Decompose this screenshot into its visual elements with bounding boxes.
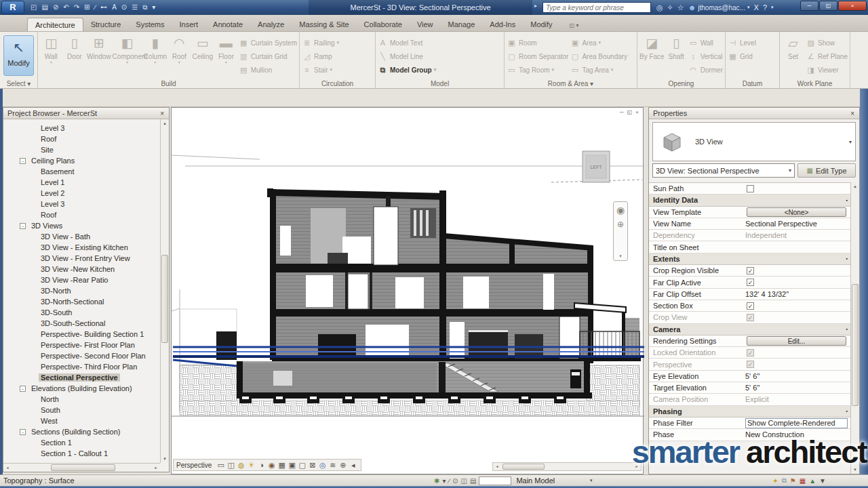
- worksharing-icon[interactable]: ⊙: [452, 477, 458, 485]
- property-row-phase-filter[interactable]: Phase FilterShow Complete-Rendered: [649, 418, 850, 429]
- lock-icon[interactable]: ⊙: [119, 1, 129, 14]
- section-collapse-icon[interactable]: ▪: [846, 198, 848, 203]
- ribbon-group-label[interactable]: Build: [38, 79, 299, 89]
- viewport-horizontal-scrollbar[interactable]: ◂ ▸: [492, 462, 642, 471]
- tree-item-basement[interactable]: Basement: [3, 166, 160, 177]
- workset-icon[interactable]: ✱: [434, 477, 439, 485]
- close-icon[interactable]: ×: [158, 110, 166, 117]
- tree-item-west[interactable]: West: [3, 415, 160, 426]
- property-row-far-clip-active[interactable]: Far Clip Active✓: [649, 277, 850, 288]
- design-option-dropdown-icon[interactable]: ▾: [442, 477, 446, 485]
- view-close-icon[interactable]: ×: [635, 109, 639, 115]
- ribbon-button-wall[interactable]: ◫Wall▾: [40, 34, 62, 64]
- ribbon-button-ref-plane[interactable]: ∠Ref Plane: [806, 49, 848, 63]
- ribbon-button-model-text[interactable]: AModel Text: [378, 36, 436, 49]
- scroll-right-icon[interactable]: ▸: [152, 464, 160, 472]
- tree-expander-icon[interactable]: -: [20, 386, 26, 392]
- redo-icon[interactable]: ↷: [72, 1, 81, 14]
- property-row-perspective[interactable]: Perspective✓: [649, 359, 850, 370]
- tab-analyze[interactable]: Analyze: [250, 18, 292, 31]
- property-row-crop-view[interactable]: Crop View✓: [649, 312, 850, 323]
- text-icon[interactable]: A: [110, 1, 119, 14]
- visual-style-icon[interactable]: ◍: [236, 461, 246, 470]
- property-row-view-template[interactable]: View Template<None>: [649, 207, 850, 218]
- tree-item-3d-view-rear-patio[interactable]: 3D View -Rear Patio: [3, 274, 160, 285]
- property-row-rendering-settings[interactable]: Rendering SettingsEdit...: [649, 336, 850, 347]
- help-dropdown-icon[interactable]: ▾: [771, 5, 774, 10]
- property-row-far-clip-offset[interactable]: Far Clip Offset132' 4 13/32": [649, 289, 850, 300]
- tree-item-perspective-second-floor-plan[interactable]: Perspective- Second Floor Plan: [3, 350, 160, 361]
- tab-manage[interactable]: Manage: [441, 18, 483, 31]
- tree-item-south[interactable]: South: [3, 405, 160, 415]
- tree-expander-icon[interactable]: -: [20, 158, 26, 164]
- view-minimize-icon[interactable]: ─: [620, 109, 624, 115]
- ribbon-button-curtain-system[interactable]: ▦Curtain System: [239, 36, 297, 49]
- scrollbar-thumb[interactable]: [852, 284, 859, 406]
- minimize-button[interactable]: ─: [800, 1, 818, 11]
- scroll-up-icon[interactable]: ▲: [851, 182, 859, 190]
- ribbon-button-area[interactable]: ▣Area▾: [570, 36, 627, 49]
- ribbon-group-label-select[interactable]: Select ▾: [0, 79, 37, 89]
- checkbox[interactable]: ✓: [747, 302, 754, 310]
- tree-item-3d-view-front-entry-view[interactable]: 3D View - Front Entry View: [3, 253, 160, 264]
- tab-insert[interactable]: Insert: [172, 18, 206, 31]
- shadows-icon[interactable]: ◑: [256, 461, 267, 470]
- ribbon-button-tag-area[interactable]: ▭Tag Area▾: [570, 63, 627, 77]
- ribbon-button-door[interactable]: ▯Door: [64, 34, 86, 60]
- property-row-view-name[interactable]: View NameSectional Perspective: [649, 218, 850, 230]
- ribbon-button-curtain-grid[interactable]: ▥Curtain Grid: [239, 49, 297, 63]
- view-restore-icon[interactable]: ◱: [627, 109, 633, 115]
- property-row-sun-path[interactable]: Sun Path✓: [649, 183, 850, 195]
- property-button-edit[interactable]: Edit...: [747, 336, 846, 346]
- ribbon-group-label[interactable]: Model: [376, 79, 504, 89]
- ribbon-button-stair[interactable]: ≡Stair▾: [302, 63, 339, 77]
- measure-icon[interactable]: ∕: [92, 1, 98, 14]
- ribbon-button-model-group[interactable]: ⧉Model Group▾: [378, 63, 436, 77]
- checkbox[interactable]: ✓: [747, 185, 754, 192]
- property-row-eye-elevation[interactable]: Eye Elevation5' 6": [649, 371, 850, 382]
- ribbon-button-roof[interactable]: ◠Roof▾: [168, 34, 191, 64]
- tab-annotate[interactable]: Annotate: [205, 18, 250, 31]
- zoom-icon[interactable]: ⊕: [617, 220, 624, 229]
- aligned-dimension-icon[interactable]: ⊷: [98, 1, 109, 14]
- ribbon-group-label[interactable]: Room & Area ▾: [505, 79, 637, 89]
- detail-level-icon[interactable]: ◫: [226, 461, 236, 470]
- ribbon-button-level[interactable]: ⊣Level: [728, 36, 756, 49]
- tab-systems[interactable]: Systems: [128, 18, 172, 31]
- checkbox[interactable]: ✓: [747, 279, 754, 286]
- render-icon[interactable]: ◉: [267, 461, 277, 470]
- reveal-hidden-icon[interactable]: ≋: [328, 461, 338, 470]
- tree-item-level-3[interactable]: Level 3: [3, 123, 160, 134]
- render-gallery-icon[interactable]: ▦: [277, 461, 287, 470]
- ribbon-button-floor[interactable]: ▬Floor▾: [215, 34, 237, 64]
- press-drag-icon[interactable]: ⧉: [782, 476, 787, 485]
- ribbon-button-room[interactable]: ▣Room: [507, 36, 568, 49]
- ribbon-button-shaft[interactable]: ▯Shaft: [666, 34, 687, 60]
- crop-view-icon[interactable]: ▣: [287, 461, 297, 470]
- switch-windows-icon[interactable]: ⧉: [140, 1, 149, 14]
- user-account-menu[interactable]: ☻ jthomas@hac... ▾: [688, 3, 750, 12]
- property-row-section-box[interactable]: Section Box✓: [649, 300, 850, 312]
- ribbon-button-column[interactable]: ▮Column▾: [144, 34, 167, 64]
- type-selector[interactable]: 3D View ▾: [652, 122, 856, 161]
- restore-button[interactable]: ◱: [819, 1, 837, 11]
- tree-item-section-1-callout-1[interactable]: Section 1 - Callout 1: [3, 448, 160, 459]
- ribbon-group-label[interactable]: Work Plane: [780, 79, 850, 89]
- design-options-dropdown[interactable]: Main Model ▾: [514, 476, 594, 485]
- scrollbar-thumb[interactable]: [502, 464, 545, 470]
- tab-modify[interactable]: Modify: [523, 18, 559, 31]
- ribbon-button-set[interactable]: ▱Set: [782, 34, 804, 60]
- properties-header[interactable]: Properties ×: [649, 108, 859, 119]
- expand-icon[interactable]: ◂: [348, 461, 358, 470]
- scale-icon[interactable]: ▭: [216, 461, 226, 470]
- ribbon-button-dormer[interactable]: ◠Dormer: [688, 63, 723, 77]
- browser-horizontal-scrollbar[interactable]: ◂ ▸: [3, 463, 160, 472]
- tree-item-section-1[interactable]: Section 1: [3, 437, 160, 448]
- tree-item-sectional-perspective[interactable]: Sectional Perspective: [3, 372, 160, 383]
- scroll-down-icon[interactable]: ▼: [161, 455, 169, 463]
- tree-item-sections-building-section[interactable]: -Sections (Building Section): [3, 426, 160, 437]
- undo-icon[interactable]: ↶: [61, 1, 71, 14]
- sign-in-icon[interactable]: ✧: [667, 3, 673, 12]
- tree-item-north[interactable]: North: [3, 394, 160, 405]
- editable-only-icon[interactable]: ∕: [448, 477, 450, 485]
